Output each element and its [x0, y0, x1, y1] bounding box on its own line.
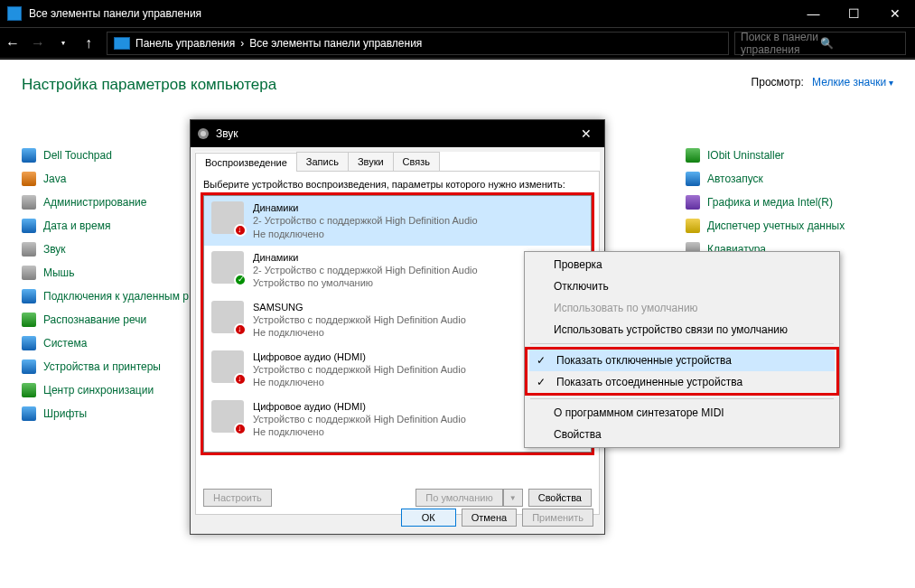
control-panel-window: Все элементы панели управления — ☐ ✕ ← →…	[0, 0, 915, 588]
device-status: Не подключено	[253, 326, 466, 339]
cp-item-label: Java	[43, 173, 66, 185]
device-subtitle: Устройство с поддержкой High Definition …	[253, 363, 466, 376]
context-menu-label: Свойства	[554, 428, 602, 441]
context-menu-label: О программном синтезаторе MIDI	[554, 406, 724, 419]
device-name: Динамики	[253, 201, 478, 214]
cp-item-label: Диспетчер учетных данных	[707, 219, 845, 232]
cp-item-label: Звук	[43, 243, 66, 256]
cp-item[interactable]: IObit Uninstaller	[686, 148, 893, 163]
tab-2[interactable]: Звуки	[348, 152, 394, 171]
breadcrumb-root[interactable]: Панель управления	[135, 37, 235, 50]
cp-item-icon	[22, 289, 36, 303]
context-menu-label: Проверка	[554, 258, 602, 271]
breadcrumb[interactable]: Панель управления › Все элементы панели …	[107, 32, 729, 55]
context-menu-label: Показать отсоединенные устройства	[556, 376, 742, 388]
check-icon: ✓	[537, 354, 546, 367]
default-button[interactable]: По умолчанию ▼	[415, 489, 522, 507]
context-menu-item[interactable]: ✓Показать отключенные устройства	[529, 350, 835, 371]
search-icon: 🔍	[820, 37, 900, 50]
cp-item-icon	[22, 406, 36, 421]
cp-item-icon	[22, 219, 36, 233]
close-button[interactable]: ✕	[874, 0, 915, 27]
cp-item-label: Администрирование	[43, 196, 146, 209]
sound-title: Звук	[216, 127, 568, 140]
properties-button[interactable]: Свойства	[528, 489, 592, 507]
tab-0[interactable]: Воспроизведение	[195, 153, 297, 172]
cp-item-label: Мышь	[43, 266, 75, 279]
up-button[interactable]: ↑	[76, 31, 101, 56]
cp-item-icon	[22, 172, 36, 186]
cp-item-label: Дата и время	[43, 219, 110, 232]
toolbar: ← → ▾ ↑ Панель управления › Все элементы…	[0, 27, 915, 59]
cp-item-label: Устройства и принтеры	[43, 360, 161, 373]
context-menu-label: Использовать по умолчанию	[554, 302, 698, 314]
status-badge	[234, 423, 247, 435]
cp-item-icon	[22, 266, 36, 280]
context-menu-label: Использовать устройство связи по умолчан…	[554, 323, 788, 336]
cp-item-icon	[686, 148, 700, 163]
cp-item-label: Подключения к удаленным р	[43, 290, 189, 303]
separator	[530, 343, 834, 344]
check-icon: ✓	[537, 376, 546, 388]
context-menu-label: Отключить	[554, 280, 609, 293]
tab-1[interactable]: Запись	[296, 152, 349, 171]
context-menu[interactable]: ПроверкаОтключитьИспользовать по умолчан…	[524, 251, 840, 448]
device-item[interactable]: Динамики2- Устройство с поддержкой High …	[204, 196, 591, 246]
context-menu-item[interactable]: О программном синтезаторе MIDI	[527, 402, 837, 424]
breadcrumb-icon	[114, 37, 130, 50]
context-menu-item[interactable]: Свойства	[527, 424, 837, 445]
back-button[interactable]: ←	[0, 31, 25, 56]
outer-titlebar: Все элементы панели управления — ☐ ✕	[0, 0, 915, 27]
svg-point-1	[201, 131, 206, 136]
cp-item[interactable]: Автозапуск	[686, 172, 893, 186]
context-menu-item: Использовать по умолчанию	[527, 297, 837, 319]
sound-close-button[interactable]: ✕	[568, 126, 604, 141]
cp-item-icon	[22, 336, 36, 350]
cp-item-icon	[22, 195, 36, 210]
status-badge	[234, 274, 247, 286]
ok-button[interactable]: ОК	[401, 509, 456, 527]
view-selector: Просмотр: Мелкие значки	[752, 76, 893, 89]
cp-item[interactable]: Диспетчер учетных данных	[686, 219, 893, 233]
device-icon	[211, 251, 244, 284]
speaker-icon	[196, 126, 210, 141]
cp-item-label: Распознавание речи	[43, 313, 146, 326]
cp-item-label: Графика и медиа Intel(R)	[707, 196, 833, 209]
minimize-button[interactable]: —	[793, 0, 834, 27]
search-input[interactable]: Поиск в панели управления 🔍	[734, 32, 906, 55]
forward-button[interactable]: →	[25, 31, 51, 56]
device-name: Динамики	[253, 251, 478, 264]
tab-3[interactable]: Связь	[393, 152, 440, 171]
status-badge	[234, 224, 247, 237]
view-value[interactable]: Мелкие значки	[812, 76, 893, 89]
recent-dropdown[interactable]: ▾	[51, 31, 76, 56]
configure-button[interactable]: Настроить	[203, 489, 272, 507]
cp-item-icon	[22, 359, 36, 374]
control-panel-icon	[7, 6, 22, 21]
cp-item-label: IObit Uninstaller	[707, 149, 784, 162]
breadcrumb-current[interactable]: Все элементы панели управления	[249, 37, 422, 50]
search-placeholder: Поиск в панели управления	[741, 31, 820, 56]
context-menu-item[interactable]: Проверка	[527, 254, 837, 275]
cp-item-icon	[22, 242, 36, 257]
device-icon	[211, 301, 244, 333]
context-menu-item[interactable]: Отключить	[527, 275, 837, 297]
cancel-button[interactable]: Отмена	[462, 509, 517, 527]
cp-item-icon	[686, 195, 700, 210]
maximize-button[interactable]: ☐	[834, 0, 874, 27]
cp-item[interactable]: Графика и медиа Intel(R)	[686, 195, 893, 210]
context-menu-item[interactable]: ✓Показать отсоединенные устройства	[529, 371, 835, 393]
cp-item-label: Шрифты	[43, 407, 87, 420]
cp-item-icon	[22, 148, 36, 163]
highlighted-zone: ✓Показать отключенные устройства✓Показат…	[525, 347, 839, 396]
apply-button[interactable]: Применить	[522, 509, 593, 527]
device-subtitle: 2- Устройство с поддержкой High Definiti…	[253, 264, 478, 276]
default-button-label: По умолчанию	[415, 489, 502, 507]
context-menu-item[interactable]: Использовать устройство связи по умолчан…	[527, 319, 837, 341]
device-subtitle: Устройство с поддержкой High Definition …	[253, 413, 466, 425]
cp-item-icon	[686, 172, 700, 186]
cp-item-icon	[22, 313, 36, 327]
window-title: Все элементы панели управления	[29, 7, 793, 20]
instruction-text: Выберите устройство воспроизведения, пар…	[203, 179, 592, 190]
device-status: Не подключено	[253, 376, 466, 388]
